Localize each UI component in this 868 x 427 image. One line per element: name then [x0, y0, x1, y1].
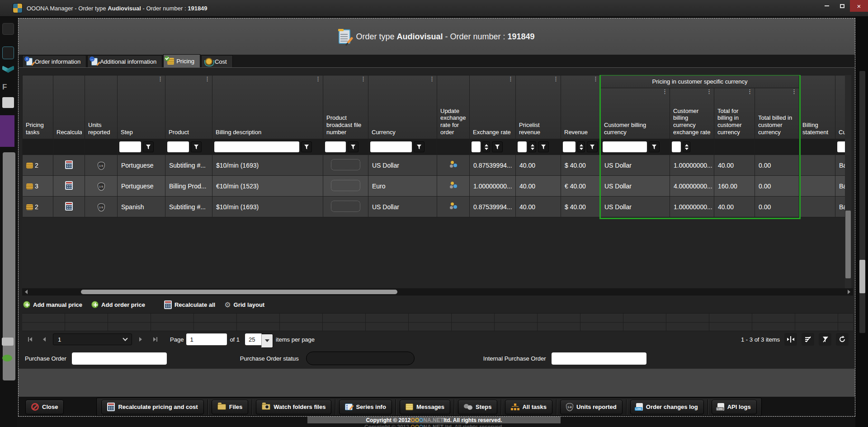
filter-icon-button[interactable] [301, 141, 312, 152]
cell-update-exchange-rate[interactable] [437, 197, 470, 217]
grid-horizontal-scrollbar[interactable] [22, 288, 853, 296]
filter-icon-button[interactable] [414, 141, 425, 152]
pager-first-button[interactable] [24, 334, 36, 345]
cell-units-reported[interactable]: 1-9 [85, 155, 118, 176]
pager-next-button[interactable] [135, 334, 146, 345]
cell-pricing-tasks[interactable]: 3 [23, 176, 53, 197]
cbc-exchange-rate-filter-input[interactable] [672, 141, 681, 152]
col-billing-statement[interactable]: Billing statement [799, 75, 835, 139]
revenue-filter-input[interactable] [563, 141, 576, 152]
pager-prev-button[interactable] [38, 334, 50, 345]
cell-billing-description[interactable]: $10/min (1693) [212, 197, 323, 217]
column-menu-icon[interactable]: ⋮ [157, 76, 163, 82]
purchase-order-input[interactable] [72, 352, 167, 365]
col-total-for-billing[interactable]: ⋮Total for billing in customer currency [714, 88, 755, 139]
column-menu-icon[interactable]: ⋮ [553, 76, 559, 82]
table-row[interactable]: 3 1-9 Portuguese Billing Prod... €10/min… [23, 176, 847, 197]
order-changes-log-button[interactable]: LOGOrder changes log [630, 400, 704, 414]
table-row[interactable]: 2 1-9 Spanish Subtitling #... $10/min (1… [23, 197, 847, 217]
cell-pricelist-revenue[interactable]: 40.00 [516, 155, 561, 176]
col-step[interactable]: ⋮Step [118, 75, 165, 139]
exchange-coins-icon[interactable] [449, 182, 458, 189]
cell-update-exchange-rate[interactable] [437, 176, 470, 197]
cell-customer-billing-currency[interactable]: US Dollar [601, 176, 670, 197]
exchange-coins-icon[interactable] [449, 161, 458, 168]
spinner[interactable] [482, 141, 490, 152]
filter-icon-button[interactable] [143, 141, 154, 152]
cell-billing-description[interactable]: $10/min (1693) [212, 155, 323, 176]
column-menu-icon[interactable]: ⋮ [360, 76, 366, 82]
column-menu-icon[interactable]: ⋮ [791, 89, 797, 94]
col-customer-billing-currency-exchange-rate[interactable]: ⋮Customer billing currency exchange rate [670, 88, 714, 139]
cell-total-for-billing[interactable]: 40.00 [714, 155, 755, 176]
clear-filters-button[interactable] [819, 333, 831, 346]
col-total-billed[interactable]: ⋮Total billed in customer currency [755, 88, 799, 139]
cell-currency[interactable]: Euro [368, 176, 437, 197]
scroll-left-button[interactable] [22, 289, 30, 295]
vertical-scroll-thumb[interactable] [845, 211, 851, 278]
minimize-button[interactable] [819, 0, 835, 12]
cell-pricing-tasks[interactable]: 2 [23, 155, 53, 176]
messages-button[interactable]: Messages [400, 400, 450, 414]
cell-currency[interactable]: US Dollar [368, 197, 437, 217]
customer-billing-currency-filter-input[interactable] [603, 141, 647, 152]
all-tasks-button[interactable]: All tasks [505, 400, 552, 414]
filter-icon-button[interactable] [538, 141, 549, 152]
col-product[interactable]: ⋮Product [165, 75, 212, 139]
tab-pricing[interactable]: Pricing [163, 54, 200, 67]
files-button[interactable]: Files [212, 400, 249, 414]
filter-icon-button[interactable] [492, 141, 503, 152]
col-recalculate[interactable]: Recalculate [53, 75, 85, 139]
items-per-page-select[interactable]: 25 [245, 333, 273, 345]
clear-sorting-button[interactable] [802, 333, 814, 346]
cell-currency[interactable]: US Dollar [368, 155, 437, 176]
watch-folders-files-button[interactable]: Watch folders files [256, 400, 331, 414]
cell-total-for-billing[interactable]: 160.00 [714, 176, 755, 197]
broadcast-number-input[interactable] [331, 180, 360, 191]
column-menu-icon[interactable]: ⋮ [204, 76, 210, 82]
cell-cbc-exchange-rate[interactable]: 1.00000000... [670, 155, 714, 176]
column-menu-icon[interactable]: ⋮ [706, 89, 712, 94]
cell-product-broadcast[interactable] [323, 176, 368, 197]
cell-product[interactable]: Billing Prod... [165, 176, 212, 197]
grid-layout-button[interactable]: ⚙Grid layout [224, 300, 264, 309]
column-menu-icon[interactable]: ⋮ [662, 89, 668, 94]
pricelist-revenue-filter-input[interactable] [518, 141, 527, 152]
col-pricing-tasks[interactable]: Pricing tasks [23, 75, 53, 139]
cell-recalculate[interactable] [53, 197, 85, 217]
column-menu-icon[interactable]: ⋮ [508, 76, 514, 82]
recalculate-pricing-button[interactable]: Recalculate pricing and cost [101, 400, 203, 414]
tab-cost[interactable]: Cost [201, 55, 233, 67]
filter-icon-button[interactable] [191, 141, 202, 152]
cell-total-for-billing[interactable]: 40.00 [714, 197, 755, 217]
cell-product[interactable]: Subtitling #... [165, 155, 212, 176]
units-shield-icon[interactable]: 1-9 [98, 183, 105, 191]
exchange-coins-icon[interactable] [449, 202, 458, 210]
cell-total-billed[interactable]: 0.00 [755, 155, 799, 176]
col-product-broadcast-file-number[interactable]: ⋮Product broadcast file number [323, 75, 368, 139]
cell-product-broadcast[interactable] [323, 155, 368, 176]
cell-billing-statement[interactable] [799, 176, 835, 197]
units-shield-icon[interactable]: 1-9 [98, 162, 105, 170]
tab-additional-information[interactable]: ... Additional information [87, 55, 162, 67]
column-menu-icon[interactable]: ⋮ [747, 89, 753, 94]
pager-last-button[interactable] [149, 334, 161, 345]
cell-total-billed[interactable]: 0.00 [755, 176, 799, 197]
maximize-button[interactable] [835, 0, 850, 12]
recalculate-all-button[interactable]: Recalculate all [164, 300, 215, 309]
spinner[interactable] [683, 141, 690, 152]
internal-purchase-order-input[interactable] [552, 352, 646, 365]
cell-step[interactable]: Portuguese [118, 176, 165, 197]
horizontal-scroll-thumb[interactable] [81, 290, 397, 294]
scroll-right-button[interactable] [845, 289, 853, 295]
step-filter-input[interactable] [119, 141, 141, 152]
cell-pricelist-revenue[interactable]: 40.00 [516, 197, 561, 217]
page-number-input[interactable] [186, 333, 227, 345]
add-manual-price-button[interactable]: Add manual price [23, 301, 82, 308]
cell-units-reported[interactable]: 1-9 [85, 176, 118, 197]
cell-recalculate[interactable] [53, 176, 85, 197]
units-shield-icon[interactable]: 1-9 [98, 203, 105, 211]
steps-button[interactable]: Steps [458, 400, 497, 414]
cell-product-broadcast[interactable] [323, 197, 368, 217]
product-broadcast-filter-input[interactable] [325, 141, 346, 152]
